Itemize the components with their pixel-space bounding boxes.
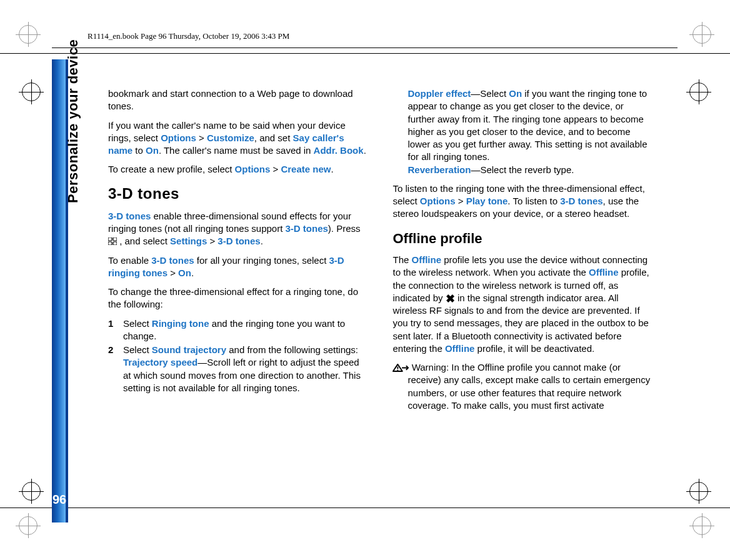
crosshair-icon xyxy=(22,482,41,501)
page-number: 96 xyxy=(50,492,69,507)
warning-paragraph: Warning: In the Offline profile you cann… xyxy=(393,361,653,412)
crosshair-icon xyxy=(22,82,41,101)
keyword-3d-tones: 3-D tones xyxy=(218,236,260,246)
body-content: bookmark and start connection to a Web p… xyxy=(86,59,678,507)
keyword-3d-tones: 3-D tones xyxy=(286,223,328,234)
menu-key-icon xyxy=(108,238,117,245)
ordered-list: 1 Select Ringing tone and the ringing to… xyxy=(108,318,368,395)
paragraph: To enable 3-D tones for all your ringing… xyxy=(108,254,368,280)
keyword-on: On xyxy=(178,268,191,278)
section-title-vertical: Personalize your device xyxy=(65,39,81,203)
register-mark-icon xyxy=(19,25,38,44)
keyword-reverberation: Reverberation xyxy=(408,164,471,175)
paragraph: The Offline profile lets you use the dev… xyxy=(393,254,653,355)
keyword-options: Options xyxy=(235,164,271,174)
crosshair-icon xyxy=(689,482,708,501)
paragraph: To create a new profile, select Options … xyxy=(108,163,368,176)
keyword-addr-book: Addr. Book xyxy=(314,145,364,156)
svg-point-5 xyxy=(397,370,398,371)
header-rule xyxy=(52,48,678,48)
keyword-offline: Offline xyxy=(589,267,619,278)
keyword-offline: Offline xyxy=(445,343,475,354)
warning-icon xyxy=(392,363,409,372)
keyword-doppler: Doppler effect xyxy=(408,88,471,99)
paragraph: Doppler effect—Select On if you want the… xyxy=(393,88,653,176)
keyword-customize: Customize xyxy=(207,132,254,143)
list-item: 2 Select Sound trajectory and from the f… xyxy=(108,344,368,394)
keyword-3d-tones: 3-D tones xyxy=(108,211,151,221)
keyword-on: On xyxy=(146,145,159,156)
keyword-3d-tones: 3-D tones xyxy=(560,196,602,206)
keyword-3d-tones: 3-D tones xyxy=(151,255,194,266)
list-item: 1 Select Ringing tone and the ringing to… xyxy=(108,318,368,343)
paragraph: 3-D tones enable three-dimensional sound… xyxy=(108,210,368,248)
keyword-options: Options xyxy=(161,132,196,143)
keyword-create-new: Create new xyxy=(281,164,331,174)
heading-offline: Offline profile xyxy=(393,229,653,248)
keyword-options: Options xyxy=(420,196,456,206)
paragraph: To listen to the ringing tone with the t… xyxy=(393,182,653,221)
spine-gradient xyxy=(52,59,66,522)
crosshair-icon xyxy=(689,82,708,101)
paragraph: To change the three-dimensional effect f… xyxy=(108,286,368,311)
keyword-trajectory-speed: Trajectory speed xyxy=(123,357,198,368)
crop-line-top xyxy=(0,53,730,54)
keyword-sound-trajectory: Sound trajectory xyxy=(152,344,226,355)
paragraph: bookmark and start connection to a Web p… xyxy=(108,88,368,113)
heading-3d-tones: 3-D tones xyxy=(108,184,368,204)
page-header: R1114_en.book Page 96 Thursday, October … xyxy=(88,31,668,45)
keyword-ringing-tone: Ringing tone xyxy=(152,318,209,329)
keyword-settings: Settings xyxy=(170,236,207,246)
crop-line-bottom xyxy=(0,508,730,508)
register-mark-icon xyxy=(692,516,711,535)
register-mark-icon xyxy=(19,516,38,535)
keyword-offline: Offline xyxy=(412,254,442,265)
register-mark-icon xyxy=(692,25,711,44)
page-frame: Personalize your device 96 bookmark and … xyxy=(52,59,678,507)
paragraph: If you want the caller's name to be said… xyxy=(108,119,368,158)
keyword-play-tone: Play tone xyxy=(466,196,508,206)
svg-rect-2 xyxy=(108,242,112,245)
svg-rect-0 xyxy=(108,238,112,241)
spine: Personalize your device 96 xyxy=(52,59,86,507)
keyword-on: On xyxy=(509,88,522,99)
